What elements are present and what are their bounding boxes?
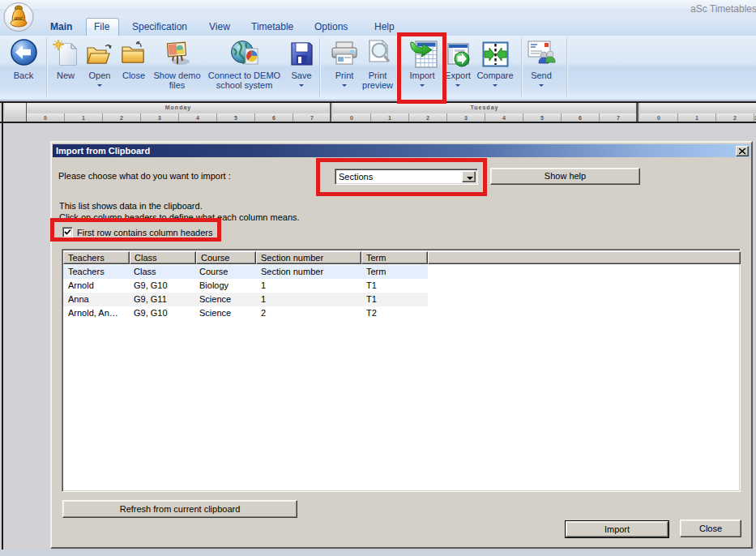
svg-text:asc: asc [15,15,23,22]
